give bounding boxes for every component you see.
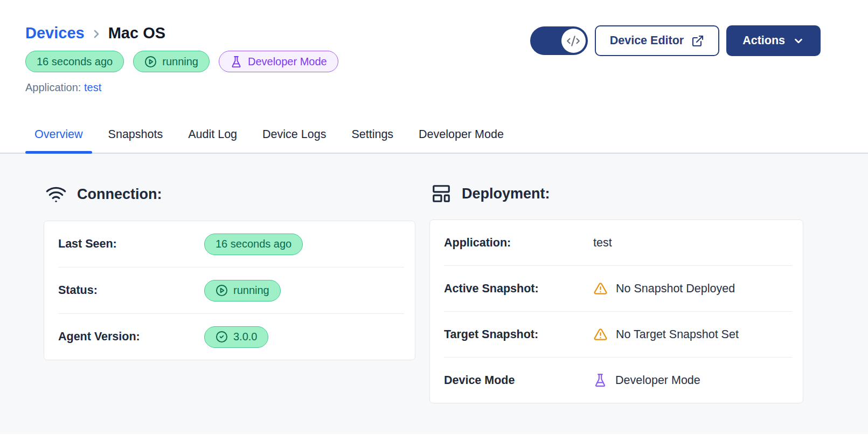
layout-template-icon xyxy=(431,183,452,204)
tab-audit-log[interactable]: Audit Log xyxy=(179,128,246,153)
actions-button-label: Actions xyxy=(742,34,785,47)
deployment-heading: Deployment: xyxy=(431,183,803,204)
header-left: Devices Mac OS 16 seconds ago running De… xyxy=(25,24,338,94)
chevron-right-icon xyxy=(90,28,103,40)
connection-card: Last Seen: 16 seconds ago Status: runnin… xyxy=(44,221,415,360)
page-title: Mac OS xyxy=(108,24,165,42)
device-mode-value: Developer Mode xyxy=(615,374,700,387)
last-seen-badge-label: 16 seconds ago xyxy=(37,56,113,68)
application-label: Application: xyxy=(25,81,81,93)
agent-version-row: Agent Version: 3.0.0 xyxy=(44,314,415,360)
target-snapshot-row: Target Snapshot: No Target Snapshot Set xyxy=(430,312,803,357)
tab-settings[interactable]: Settings xyxy=(342,128,402,153)
last-seen-badge: 16 seconds ago xyxy=(204,234,303,255)
developer-mode-badge: Developer Mode xyxy=(219,51,338,72)
warning-triangle-icon xyxy=(593,327,608,342)
overview-panel: Connection: Last Seen: 16 seconds ago St… xyxy=(0,154,868,434)
external-link-icon xyxy=(691,35,704,47)
actions-button[interactable]: Actions xyxy=(726,25,821,56)
status-badge: running xyxy=(133,51,210,72)
application-row: Application: test xyxy=(430,220,803,265)
connection-title: Connection: xyxy=(77,186,162,203)
application-row-value: test xyxy=(593,236,803,250)
status-badge: running xyxy=(204,280,281,301)
device-editor-button-label: Device Editor xyxy=(610,34,684,47)
target-snapshot-value: No Target Snapshot Set xyxy=(616,328,739,341)
application-link[interactable]: test xyxy=(84,81,101,93)
application-line: Application: test xyxy=(25,81,338,94)
deployment-title: Deployment: xyxy=(462,186,550,202)
connection-heading: Connection: xyxy=(45,183,415,205)
chevron-down-icon xyxy=(793,35,804,47)
active-snapshot-label: Active Snapshot: xyxy=(444,282,593,296)
status-label: Status: xyxy=(58,284,204,297)
connection-section: Connection: Last Seen: 16 seconds ago St… xyxy=(44,183,415,360)
flask-icon xyxy=(230,56,242,68)
device-editor-button[interactable]: Device Editor xyxy=(595,25,719,56)
deployment-card: Application: test Active Snapshot: No Sn… xyxy=(429,220,803,403)
breadcrumb-devices-link[interactable]: Devices xyxy=(25,24,85,42)
status-badge-label: running xyxy=(233,284,269,297)
deployment-section: Deployment: Application: test Active Sna… xyxy=(429,183,803,403)
developer-mode-toggle[interactable] xyxy=(530,26,588,55)
device-mode-label: Device Mode xyxy=(444,374,593,387)
agent-version-label: Agent Version: xyxy=(58,330,204,344)
active-snapshot-row: Active Snapshot: No Snapshot Deployed xyxy=(430,266,803,311)
check-circle-icon xyxy=(216,331,228,343)
code-icon xyxy=(561,29,586,53)
last-seen-badge-label: 16 seconds ago xyxy=(216,238,291,250)
last-seen-label: Last Seen: xyxy=(58,237,204,251)
tab-overview[interactable]: Overview xyxy=(25,128,92,153)
developer-mode-badge-label: Developer Mode xyxy=(248,56,327,68)
status-row: Status: running xyxy=(44,267,415,313)
target-snapshot-label: Target Snapshot: xyxy=(444,328,593,341)
agent-version-badge-label: 3.0.0 xyxy=(233,331,257,343)
flask-icon xyxy=(593,373,607,387)
page-header: Devices Mac OS 16 seconds ago running De… xyxy=(0,0,868,94)
status-badge-label: running xyxy=(162,56,198,68)
header-toolbar: Device Editor Actions xyxy=(530,25,821,56)
warning-triangle-icon xyxy=(593,282,608,296)
tab-bar: Overview Snapshots Audit Log Device Logs… xyxy=(0,128,868,154)
active-snapshot-value: No Snapshot Deployed xyxy=(616,282,735,296)
tab-snapshots[interactable]: Snapshots xyxy=(99,128,172,153)
tab-device-logs[interactable]: Device Logs xyxy=(253,128,335,153)
agent-version-badge: 3.0.0 xyxy=(204,326,268,348)
wifi-icon xyxy=(45,183,67,205)
last-seen-row: Last Seen: 16 seconds ago xyxy=(44,221,415,267)
tab-developer-mode[interactable]: Developer Mode xyxy=(409,128,513,153)
status-badges: 16 seconds ago running Developer Mode xyxy=(25,51,338,72)
play-circle-icon xyxy=(216,284,228,297)
play-circle-icon xyxy=(144,56,157,68)
breadcrumb: Devices Mac OS xyxy=(25,24,338,42)
device-mode-row: Device Mode Developer Mode xyxy=(430,358,803,403)
last-seen-badge: 16 seconds ago xyxy=(25,51,124,72)
application-row-label: Application: xyxy=(444,236,593,250)
